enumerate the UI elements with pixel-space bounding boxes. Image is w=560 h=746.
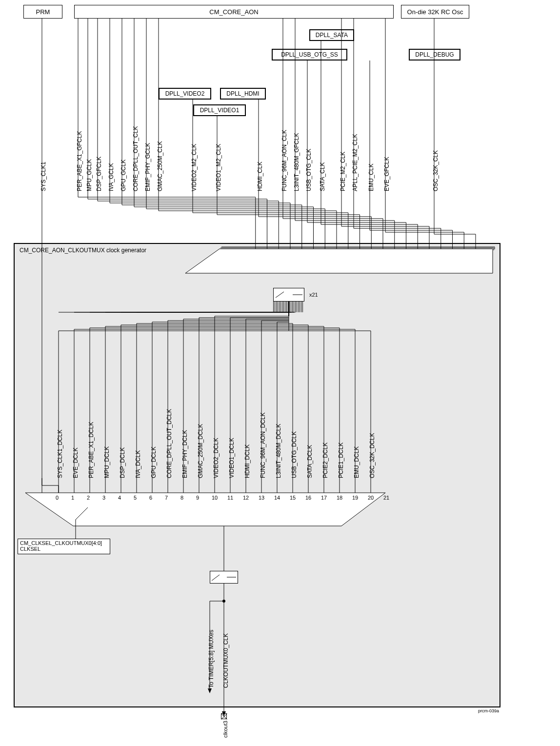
sig-apll_pcie_m2_clk: APLL_PCIE_M2_CLK bbox=[352, 134, 359, 191]
sig-video2_m2_clk: VIDEO2_M2_CLK bbox=[191, 144, 198, 191]
mux-idx-21: 21 bbox=[383, 495, 389, 501]
osc32-box: On-die 32K RC Osc bbox=[401, 5, 469, 19]
mux-idx-2: 2 bbox=[87, 495, 90, 501]
dclk-osc_32k_dclk: OSC_32K_DCLK bbox=[369, 433, 376, 478]
clkout3-label: clkout3 bbox=[222, 721, 228, 738]
mux-idx-8: 8 bbox=[180, 495, 183, 501]
mux-idx-15: 15 bbox=[290, 495, 296, 501]
clkoutmux-output-label: CLKOUTMUX0_CLK bbox=[222, 633, 229, 688]
prm-label: PRM bbox=[36, 8, 50, 16]
prm-box: PRM bbox=[23, 5, 62, 19]
mux-name: CLKOUTMUX0 bbox=[147, 512, 187, 519]
dclk-dsp_dclk: DSP_DCLK bbox=[119, 447, 126, 478]
sig-usb_otg_clk: USB_OTG_CLK bbox=[305, 149, 312, 191]
sig-l3init_480m_gfclk: L3INIT_480M_GFCLK bbox=[293, 133, 300, 191]
mux-idx-16: 16 bbox=[305, 495, 311, 501]
mux-idx-4: 4 bbox=[118, 495, 121, 501]
dclk-hdmi_dclk: HDMI_DCLK bbox=[244, 444, 251, 478]
mux-idx-18: 18 bbox=[337, 495, 342, 501]
sig-mpu_gclk: MPU_GCLK bbox=[86, 159, 93, 191]
cm-core-aon-box: CM_CORE_AON bbox=[74, 5, 394, 19]
dclk-emu_dclk: EMU_DCLK bbox=[353, 446, 360, 478]
sig-dsp_gfclk: DSP_GFCLK bbox=[96, 157, 102, 191]
sig-emif_phy_gclk: EMIF_PHY_GCLK bbox=[144, 143, 151, 191]
mux-idx-19: 19 bbox=[352, 495, 358, 501]
divider-ratios-2: 1/16, 1/32 bbox=[322, 264, 352, 272]
dclk-sata_dclk: SATA_DCLK bbox=[306, 445, 313, 478]
sig-sata_clk: SATA_CLK bbox=[319, 162, 326, 191]
mux-idx-11: 11 bbox=[227, 495, 233, 501]
mux-idx-10: 10 bbox=[212, 495, 218, 501]
dclk-emif_phy_dclk: EMIF_PHY_DCLK bbox=[181, 430, 188, 478]
dpll-sata: DPLL_SATA bbox=[309, 29, 354, 41]
dclk-mpu_dclk: MPU_DCLK bbox=[103, 446, 110, 478]
mux-idx-5: 5 bbox=[134, 495, 137, 501]
sig-hdmi_clk: HDMI_CLK bbox=[257, 161, 263, 191]
x21-a: x21 bbox=[415, 261, 423, 267]
sig-pcie_m2_clk: PCIE_M2_CLK bbox=[340, 152, 346, 191]
dpll-debug: DPLL_DEBUG bbox=[409, 49, 460, 60]
sig-osc_32k_clk: OSC_32K_CLK bbox=[432, 150, 439, 191]
dclk-gpu_dclk: GPU_DCLK bbox=[150, 446, 157, 478]
dclk-video1_dclk: VIDEO1_DCLK bbox=[228, 438, 235, 478]
dclk-l3init_480m_dclk: L3INIT_480M_DCLK bbox=[275, 424, 282, 478]
dclk-iva_dclk: IVA_DCLK bbox=[135, 450, 141, 478]
sig-gmac_250m_clk: GMAC_250M_CLK bbox=[157, 141, 163, 191]
sig-gpu_gclk: GPU_GCLK bbox=[120, 160, 127, 191]
mux-idx-6: 6 bbox=[149, 495, 152, 501]
output-switch bbox=[210, 571, 238, 584]
sig-eve_gfclk: EVE_GFCLK bbox=[383, 157, 390, 191]
dclk-per_abe_x1_dclk: PER_ABE_X1_DCLK bbox=[88, 422, 95, 478]
mux-idx-20: 20 bbox=[368, 495, 374, 501]
mux-idx-14: 14 bbox=[274, 495, 280, 501]
footer-id: prcm-039a bbox=[478, 708, 499, 713]
dclk-sys_clk1_dclk: SYS_CLK1_DCLK bbox=[57, 430, 63, 478]
clkout3-pad bbox=[221, 713, 227, 719]
dclk-pcie2_dclk: PCIE2_DCLK bbox=[322, 443, 329, 478]
mux-idx-7: 7 bbox=[165, 495, 168, 501]
dpll-video2: DPLL_VIDEO2 bbox=[159, 88, 211, 100]
dclk-gmac_250m_dclk: GMAC_250M_DCLK bbox=[197, 424, 204, 478]
dclk-usb_otg_dclk: USB_OTG_DCLK bbox=[291, 431, 298, 478]
mux-idx-3: 3 bbox=[102, 495, 105, 501]
sig-emu_clk: EMU_CLK bbox=[368, 163, 375, 191]
sig-func_96m_aon_clk: FUNC_96M_AON_CLK bbox=[281, 130, 288, 191]
sig-video1_m2_clk: VIDEO1_M2_CLK bbox=[215, 144, 222, 191]
timer-output-label: To TIMER[5:8] MUXes bbox=[208, 630, 215, 688]
switch-x21 bbox=[273, 288, 304, 302]
dclk-eve_dclk: EVE_DCLK bbox=[72, 447, 79, 478]
reg-clksel: CM_CLKSEL_CLKOUTMUX0[4:0] CLKSEL bbox=[18, 539, 110, 554]
mux-idx-9: 9 bbox=[196, 495, 199, 501]
dpll-hdmi: DPLL_HDMI bbox=[220, 88, 266, 100]
sig-core_dpll_out_clk: CORE_DPLL_OUT_CLK bbox=[132, 126, 139, 191]
mux-idx-1: 1 bbox=[71, 495, 74, 501]
mux-idx-12: 12 bbox=[243, 495, 249, 501]
mux-idx-17: 17 bbox=[321, 495, 327, 501]
x21-b: x21 bbox=[309, 292, 318, 298]
dclk-video2_dclk: VIDEO2_DCLK bbox=[213, 438, 220, 478]
mux-idx-0: 0 bbox=[56, 495, 59, 501]
osc32-label: On-die 32K RC Osc bbox=[407, 8, 463, 16]
sig-per_abe_x1_gfclk: PER_ABE_X1_GFCLK bbox=[76, 131, 83, 191]
divider-ratios-1: 1/1, 1/2, 1/4, 1/8 bbox=[307, 255, 357, 262]
sig-sys-clk1: SYS_CLK1 bbox=[40, 161, 47, 191]
dclk-func_96m_aon_dclk: FUNC_96M_AON_DCLK bbox=[260, 412, 266, 478]
generator-title: CM_CORE_AON_CLKOUTMUX clock generator bbox=[20, 247, 146, 254]
dpll-video1: DPLL_VIDEO1 bbox=[193, 104, 246, 116]
cm-core-aon-label: CM_CORE_AON bbox=[209, 8, 258, 16]
clock-generator-box bbox=[14, 243, 500, 707]
dpll-usb: DPLL_USB_OTG_SS bbox=[272, 49, 347, 60]
dclk-core_dpll_out_dclk: CORE_DPLL_OUT_DCLK bbox=[166, 409, 173, 478]
dclk-pcie1_dclk: PCIE1_DCLK bbox=[338, 443, 344, 478]
sig-iva_gclk: IVA_GCLK bbox=[108, 163, 115, 191]
mux-idx-13: 13 bbox=[259, 495, 264, 501]
